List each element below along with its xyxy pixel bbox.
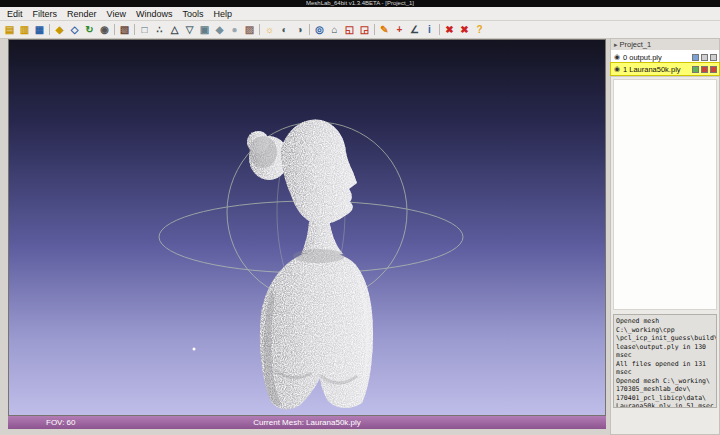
info-icon[interactable]: i (422, 23, 437, 37)
log-line: Opened mesh C:\_working\cpp (616, 317, 714, 334)
delete-all-meshes-icon[interactable]: ✖ (457, 23, 472, 37)
log-line: Laurana50k.ply in 51 msec (616, 402, 714, 408)
reload-mesh-icon[interactable]: ↻ (82, 23, 97, 37)
wireframe-render-icon[interactable]: △ (167, 23, 182, 37)
toolbar-separator (134, 24, 135, 35)
log-line: 170401_pcl_libicp\data\ (616, 394, 714, 403)
menu-item-filters[interactable]: Filters (28, 9, 63, 19)
layers-panel: ▸ Project_1 ◉ 0 output.ply ◉ 1 Laurana50… (610, 38, 720, 435)
viewport-canvas (9, 40, 605, 415)
save-project-icon[interactable]: ▦ (32, 23, 47, 37)
menu-item-tools[interactable]: Tools (177, 9, 208, 19)
layer-properties-area (613, 79, 717, 310)
import-mesh-icon[interactable]: ◆ (52, 23, 67, 37)
select-faces-icon[interactable]: ◲ (357, 23, 372, 37)
layers-panel-header[interactable]: ▸ Project_1 (611, 39, 719, 50)
log-line: lease\output.ply in 130 msec (616, 343, 714, 360)
toolbar-separator (49, 24, 50, 35)
viewport-status-bar: FOV: 60 Current Mesh: Laurana50k.ply (8, 416, 606, 429)
toolbar-separator (374, 24, 375, 35)
append-project-icon[interactable]: ▥ (17, 23, 32, 37)
flat-lines-render-icon[interactable]: ▣ (197, 23, 212, 37)
measure-icon[interactable]: ∠ (407, 23, 422, 37)
log-line: All files opened in 131 msec (616, 360, 714, 377)
menu-item-edit[interactable]: Edit (2, 9, 28, 19)
toolbar: ▤▥▦◆◇↻◉▧□∴△▽▣◆●▨☼◐◑◎⌂◱◲✎+∠i✖✖? (0, 21, 720, 39)
open-project-icon[interactable]: ▤ (2, 23, 17, 37)
toolbar-separator (439, 24, 440, 35)
cursor-dot (193, 348, 196, 351)
dock-arrow-icon: ▸ (614, 39, 618, 50)
layer-row-laurana[interactable]: ◉ 1 Laurana50k.ply (611, 63, 719, 75)
bbox-render-icon[interactable]: □ (137, 23, 152, 37)
menu-item-help[interactable]: Help (208, 9, 237, 19)
toolbar-separator (309, 24, 310, 35)
toolbar-separator (114, 24, 115, 35)
menu-item-windows[interactable]: Windows (131, 9, 178, 19)
meshlab-window: MeshLab_64bit v1.3.4BETA - [Project_1] E… (0, 0, 720, 435)
z-painting-icon[interactable]: ✎ (377, 23, 392, 37)
delete-current-mesh-icon[interactable]: ✖ (442, 23, 457, 37)
snapshot-icon[interactable]: ◉ (97, 23, 112, 37)
layer-row-output[interactable]: ◉ 0 output.ply (611, 51, 719, 63)
hidden-lines-render-icon[interactable]: ▽ (182, 23, 197, 37)
visibility-eye-icon[interactable]: ◉ (613, 65, 621, 73)
log-line: Opened mesh C:\_working\ (616, 377, 714, 386)
light-toggle-icon[interactable]: ☼ (262, 23, 277, 37)
layer-option-button[interactable] (710, 54, 717, 61)
layer-label: 0 output.ply (623, 53, 690, 62)
toolbar-separator (259, 24, 260, 35)
main-area: FOV: 60 Current Mesh: Laurana50k.ply ▸ P… (0, 38, 720, 435)
visibility-eye-icon[interactable]: ◉ (613, 53, 621, 61)
menu-item-render[interactable]: Render (62, 9, 102, 19)
current-mesh-label: Current Mesh: Laurana50k.ply (8, 416, 606, 429)
viewport-3d[interactable] (8, 39, 606, 416)
layer-color-button[interactable] (692, 66, 699, 73)
points-render-icon[interactable]: ∴ (152, 23, 167, 37)
texture-render-icon[interactable]: ▨ (242, 23, 257, 37)
layer-list: ◉ 0 output.ply ◉ 1 Laurana50k.ply (611, 50, 719, 77)
double-side-light-icon[interactable]: ◑ (292, 23, 307, 37)
layer-color-button[interactable] (692, 54, 699, 61)
menu-item-view[interactable]: View (102, 9, 131, 19)
export-mesh-icon[interactable]: ◇ (67, 23, 82, 37)
log-line: \pcl_icp_init_guess\build\Re (616, 334, 714, 343)
menu-bar: EditFiltersRenderViewWindowsToolsHelp (0, 7, 720, 21)
backface-light-icon[interactable]: ◐ (277, 23, 292, 37)
layer-option-button[interactable] (701, 54, 708, 61)
layer-option-button[interactable] (710, 66, 717, 73)
reset-view-icon[interactable]: ⌂ (327, 23, 342, 37)
help-icon[interactable]: ? (472, 23, 487, 37)
flat-render-icon[interactable]: ◆ (212, 23, 227, 37)
title-bar[interactable]: MeshLab_64bit v1.3.4BETA - [Project_1] (0, 0, 720, 7)
panel-bottom-spacer (611, 410, 719, 434)
window-title: MeshLab_64bit v1.3.4BETA - [Project_1] (306, 0, 414, 6)
smooth-render-icon[interactable]: ● (227, 23, 242, 37)
layers-panel-title: Project_1 (620, 39, 652, 50)
trackball-icon[interactable]: ◎ (312, 23, 327, 37)
log-console[interactable]: Opened mesh C:\_working\cpp\pcl_icp_init… (613, 314, 717, 408)
select-vertices-icon[interactable]: ◱ (342, 23, 357, 37)
show-layers-icon[interactable]: ▧ (117, 23, 132, 37)
log-line: 170305_meshlab_dev\ (616, 385, 714, 394)
layer-option-button[interactable] (701, 66, 708, 73)
layer-label: 1 Laurana50k.ply (623, 65, 690, 74)
pick-points-icon[interactable]: + (392, 23, 407, 37)
